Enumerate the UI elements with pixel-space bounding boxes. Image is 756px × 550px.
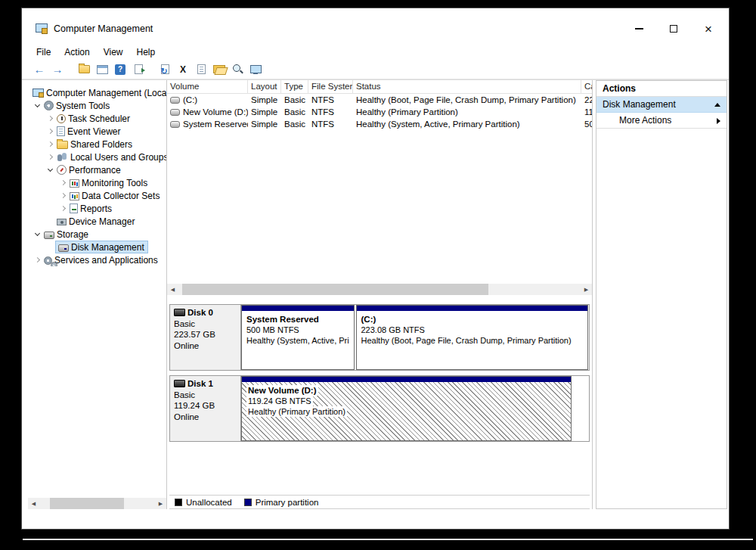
partition-c[interactable]: (C:) 223.08 GB NTFS Healthy (Boot, Page … — [356, 305, 588, 370]
chevron-collapsed-icon[interactable] — [45, 113, 55, 124]
collapse-section-icon[interactable] — [714, 103, 720, 107]
column-header-layout[interactable]: Layout — [248, 80, 281, 93]
refresh-button[interactable] — [156, 61, 173, 77]
disk-state: Online — [174, 412, 237, 423]
chevron-expanded-icon[interactable] — [32, 101, 42, 111]
scroll-right-icon[interactable]: ▶ — [581, 284, 592, 295]
delete-button[interactable]: X — [175, 61, 191, 77]
close-button[interactable]: × — [691, 17, 726, 40]
menu-action[interactable]: Action — [57, 45, 96, 59]
chevron-expanded-icon[interactable] — [45, 165, 55, 176]
legend-primary-partition: Primary partition — [244, 498, 319, 507]
show-console-tree-icon — [79, 65, 90, 73]
title-bar: Computer Management × — [22, 8, 729, 45]
tree-item-monitoring-tools[interactable]: Monitoring Tools — [28, 176, 166, 189]
back-button[interactable]: ← — [31, 61, 48, 77]
tree-horizontal-scrollbar[interactable]: ◀ ▶ — [28, 498, 166, 509]
chevron-collapsed-icon[interactable] — [57, 204, 68, 214]
disk-0-label[interactable]: Disk 0 Basic 223.57 GB Online — [170, 305, 241, 370]
partition-new-volume-d-selected[interactable]: New Volume (D:) 119.24 GB NTFS Healthy (… — [241, 376, 572, 441]
disk-0-partitions: System Reserved 500 MB NTFS Healthy (Sys… — [241, 305, 589, 370]
disk-size: 119.24 GB — [174, 400, 237, 412]
help-icon: ? — [115, 64, 125, 75]
tree-item-label: Reports — [78, 204, 114, 214]
volume-row-c[interactable]: (C:) Simple Basic NTFS Healthy (Boot, Pa… — [167, 94, 592, 106]
tree-item-reports[interactable]: Reports — [28, 202, 166, 215]
disk-type: Basic — [174, 390, 237, 401]
actions-section-disk-management[interactable]: Disk Management — [596, 97, 727, 113]
partition-system-reserved[interactable]: System Reserved 500 MB NTFS Healthy (Sys… — [241, 305, 355, 370]
open-folder-icon — [213, 65, 225, 73]
column-header-file-system[interactable]: File System — [308, 80, 353, 93]
column-header-type[interactable]: Type — [281, 80, 308, 93]
tree-item-disk-management[interactable]: Disk Management — [28, 241, 166, 253]
column-header-volume[interactable]: Volume — [167, 80, 248, 93]
minimize-button[interactable] — [621, 17, 656, 40]
column-header-capacity[interactable]: Ca — [581, 80, 592, 93]
tree-item-shared-folders[interactable]: Shared Folders — [28, 138, 166, 151]
tree-item-computer-management[interactable]: Computer Management (Local — [28, 86, 166, 99]
actions-panel: Actions Disk Management More Actions — [596, 80, 727, 509]
scrollbar-track[interactable] — [178, 284, 581, 295]
tree-item-event-viewer[interactable]: Event Viewer — [28, 125, 166, 138]
expand-more-actions-icon[interactable] — [717, 118, 720, 124]
more-actions-item[interactable]: More Actions — [596, 113, 727, 129]
search-button[interactable] — [229, 61, 246, 77]
computer-management-icon — [33, 88, 44, 98]
actions-panel-title: Actions — [596, 81, 727, 97]
maximize-button[interactable] — [656, 17, 691, 40]
volume-row-system-reserved[interactable]: System Reserved Simple Basic NTFS Health… — [167, 118, 592, 130]
tree-item-label: Computer Management (Local — [44, 88, 166, 98]
properties-button[interactable] — [193, 61, 209, 77]
volume-capacity: 22 — [581, 95, 592, 104]
computer-tool-button[interactable] — [247, 61, 264, 77]
menu-help[interactable]: Help — [130, 45, 163, 59]
tree-item-performance[interactable]: Performance — [28, 163, 166, 176]
scrollbar-thumb[interactable] — [50, 498, 124, 509]
volume-status: Healthy (System, Active, Primary Partiti… — [353, 120, 581, 129]
scroll-left-icon[interactable]: ◀ — [167, 284, 178, 295]
column-header-status[interactable]: Status — [353, 80, 581, 93]
tree-item-system-tools[interactable]: System Tools — [28, 99, 166, 112]
export-list-button[interactable] — [130, 61, 147, 77]
tree-item-local-users-and-groups[interactable]: Local Users and Groups — [28, 151, 166, 163]
disk-icon — [174, 309, 185, 316]
chevron-collapsed-icon[interactable] — [45, 139, 55, 150]
help-button[interactable]: ? — [112, 61, 129, 77]
chevron-collapsed-icon[interactable] — [45, 152, 55, 163]
chevron-collapsed-icon[interactable] — [45, 126, 55, 137]
volume-row-new-volume-d[interactable]: New Volume (D:) Simple Basic NTFS Health… — [167, 106, 592, 118]
tree-item-storage[interactable]: Storage — [28, 228, 166, 241]
data-collector-sets-icon — [70, 192, 79, 200]
menu-file[interactable]: File — [29, 45, 57, 59]
tree-item-task-scheduler[interactable]: Task Scheduler — [28, 112, 166, 125]
scroll-right-icon[interactable]: ▶ — [155, 498, 166, 509]
graphical-view: Disk 0 Basic 223.57 GB Online System Res… — [167, 295, 592, 509]
disk-name: Disk 0 — [187, 307, 213, 319]
console-window-button[interactable] — [94, 61, 110, 77]
properties-icon — [197, 64, 206, 74]
tree-item-device-manager[interactable]: Device Manager — [28, 215, 166, 228]
partition-title: New Volume (D:) — [246, 385, 318, 396]
forward-button[interactable]: → — [49, 61, 66, 77]
tree-item-services-and-applications[interactable]: Services and Applications — [28, 253, 166, 266]
scrollbar-track[interactable] — [39, 498, 155, 509]
scrollbar-thumb[interactable] — [182, 284, 488, 295]
menu-view[interactable]: View — [97, 45, 130, 59]
chevron-expanded-icon[interactable] — [32, 229, 42, 240]
show-console-tree-button[interactable] — [76, 61, 92, 77]
disk-management-icon — [58, 244, 69, 252]
scroll-left-icon[interactable]: ◀ — [28, 498, 39, 509]
primary-partition-strip — [357, 306, 587, 311]
chevron-collapsed-icon[interactable] — [57, 191, 68, 201]
chevron-collapsed-icon[interactable] — [32, 255, 42, 266]
chevron-collapsed-icon[interactable] — [57, 178, 68, 188]
disk-1-label[interactable]: Disk 1 Basic 119.24 GB Online — [170, 376, 241, 441]
volume-list-horizontal-scrollbar[interactable]: ◀ ▶ — [167, 284, 592, 295]
tree-item-label: Storage — [54, 229, 91, 240]
actions-section-label: Disk Management — [603, 99, 676, 110]
open-folder-button[interactable] — [211, 61, 228, 77]
tree-item-data-collector-sets[interactable]: Data Collector Sets — [28, 189, 166, 202]
refresh-icon — [161, 64, 169, 74]
computer-icon — [250, 65, 261, 74]
